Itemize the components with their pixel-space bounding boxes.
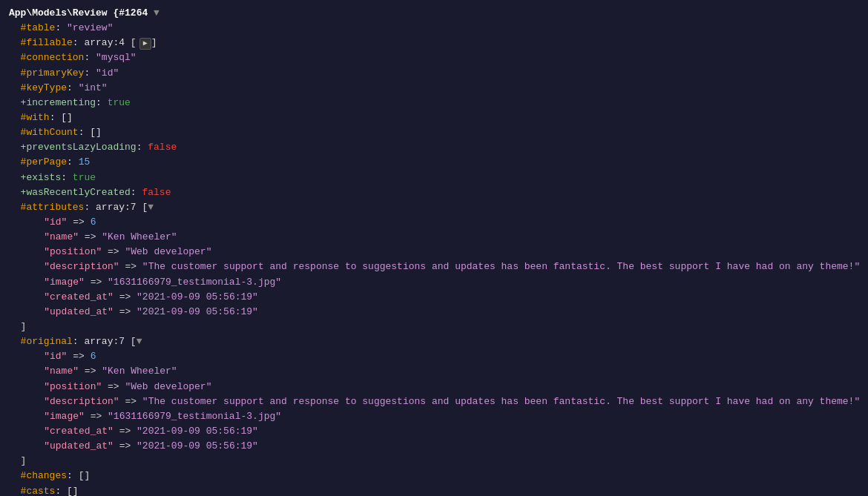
line-withcount: #withCount: [] xyxy=(9,125,859,140)
line-orig-name: "name" => "Ken Wheeler" xyxy=(9,364,859,379)
line-attr-name: "name" => "Ken Wheeler" xyxy=(9,230,859,245)
line-table: #table: "review" xyxy=(9,21,859,36)
line-attributes-close: ] xyxy=(9,320,859,334)
line-perpage: #perPage: 15 xyxy=(9,155,859,170)
line-orig-position: "position" => "Web developer" xyxy=(9,380,859,394)
line-attr-updated: "updated_at" => "2021-09-09 05:56:19" xyxy=(9,305,859,320)
header-line: App\Models\Review {#1264 ▼ xyxy=(9,6,859,21)
line-attr-created: "created_at" => "2021-09-09 05:56:19" xyxy=(9,290,859,305)
line-incrementing: +incrementing: true xyxy=(9,96,859,110)
line-with: #with: [] xyxy=(9,110,859,125)
line-primarykey: #primaryKey: "id" xyxy=(9,66,859,81)
line-exists: +exists: true xyxy=(9,171,859,185)
line-attr-description: "description" => "The customer support a… xyxy=(9,259,859,274)
line-keytype: #keyType: "int" xyxy=(9,81,859,96)
line-connection: #connection: "mysql" xyxy=(9,50,859,65)
code-viewer: App\Models\Review {#1264 ▼ #table: "revi… xyxy=(0,0,868,496)
line-orig-image: "image" => "1631166979_testimonial-3.jpg… xyxy=(9,409,859,424)
line-preventslazy: +preventsLazyLoading: false xyxy=(9,140,859,155)
line-attr-position: "position" => "Web developer" xyxy=(9,245,859,259)
line-attributes: #attributes: array:7 [▼ xyxy=(9,200,859,215)
line-attr-id: "id" => 6 xyxy=(9,215,859,230)
line-fillable: #fillable: array:4 [▶] xyxy=(9,36,859,50)
line-orig-id: "id" => 6 xyxy=(9,349,859,364)
line-orig-created: "created_at" => "2021-09-09 05:56:19" xyxy=(9,424,859,439)
line-attr-image: "image" => "1631166979_testimonial-3.jpg… xyxy=(9,275,859,290)
line-original: #original: array:7 [▼ xyxy=(9,334,859,349)
line-original-close: ] xyxy=(9,454,859,469)
line-casts: #casts: [] xyxy=(9,484,859,497)
line-wasrecentlycreated: +wasRecentlyCreated: false xyxy=(9,185,859,200)
line-changes: #changes: [] xyxy=(9,469,859,483)
fillable-expand-btn[interactable]: ▶ xyxy=(139,38,151,50)
line-orig-updated: "updated_at" => "2021-09-09 05:56:19" xyxy=(9,439,859,454)
line-orig-description: "description" => "The customer support a… xyxy=(9,394,859,409)
